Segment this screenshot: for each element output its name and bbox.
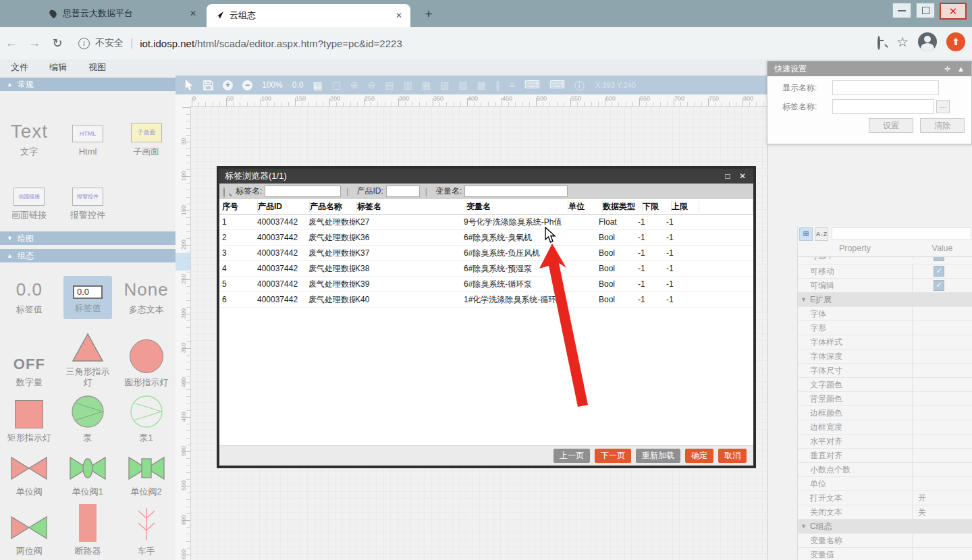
set-button[interactable]: 设置 (869, 118, 913, 133)
checkbox-checked-icon[interactable]: ✓ (934, 266, 944, 277)
palette-item-circle-indicator[interactable]: 圆形指示灯 (117, 339, 176, 388)
pan-icon[interactable]: ▢ (332, 80, 341, 90)
grid-toggle-icon[interactable]: ▦ (313, 80, 322, 90)
palette-item-pump[interactable]: 泵 (59, 395, 117, 443)
browser-update-icon[interactable]: ⬆ (946, 32, 965, 51)
align-middle-icon[interactable]: ▨ (458, 80, 467, 90)
section-general[interactable]: ▲ 常规 (0, 78, 176, 91)
zoom-out-icon[interactable]: − (242, 80, 252, 90)
table-row[interactable]: 6 400037442 废气处理数据采 K40 1#化学洗涤除臭系统-循环泵 B… (219, 292, 753, 308)
property-row[interactable]: ▼ C组态 ✓ (798, 520, 972, 534)
distribute-h-icon[interactable]: ∥ (495, 80, 500, 90)
product-id-input[interactable] (386, 186, 420, 197)
property-row[interactable]: 可移动 ✓ (798, 264, 972, 279)
property-row[interactable]: 单位 ✓ (798, 477, 972, 491)
categorize-icon[interactable]: ⊞ (799, 227, 813, 241)
checkbox-checked-icon[interactable]: ✓ (934, 280, 944, 291)
pin-icon[interactable]: ✛ (944, 65, 950, 74)
maximize-icon[interactable]: □ (722, 171, 733, 181)
browser-tab-active[interactable]: 云组态 ✕ (207, 4, 410, 27)
new-tab-button[interactable]: + (420, 5, 437, 23)
zoom-icon[interactable] (878, 37, 887, 47)
variable-name-input[interactable] (464, 186, 568, 197)
quick-settings-header[interactable]: 快速设置 ✛ ▲ (767, 61, 971, 76)
save-icon[interactable] (203, 80, 213, 90)
bookmark-star-icon[interactable]: ☆ (896, 35, 909, 49)
property-row[interactable]: 水平对齐 ✓ (798, 435, 972, 449)
property-filter-input[interactable] (832, 227, 971, 240)
property-row[interactable]: 变量值 ✓ (798, 548, 972, 560)
align-bottom-icon[interactable]: ▩ (477, 80, 485, 90)
palette-item-digital[interactable]: OFF 数字量 (0, 356, 59, 388)
table-row[interactable]: 2 400037442 废气处理数据采 K36 6#除臭系统-臭氧机 Bool … (219, 230, 753, 246)
dialog-button[interactable]: 上一页 (554, 449, 590, 463)
distribute-v-icon[interactable]: ≡ (510, 80, 515, 90)
dialog-button[interactable]: 重新加载 (636, 449, 680, 463)
property-row[interactable]: 字形 ✓ (798, 321, 972, 335)
property-row[interactable]: 背景颜色 ✓ (798, 392, 972, 406)
align-center-icon[interactable]: ▥ (404, 80, 412, 90)
restore-button[interactable] (916, 3, 935, 18)
tab-close-icon[interactable]: ✕ (187, 7, 199, 20)
dialog-title-bar[interactable]: 标签浏览器(1/1) □ ✕ (219, 169, 753, 184)
palette-item-square-indicator[interactable]: 矩形指示灯 (0, 400, 59, 443)
property-row[interactable]: 文字颜色 ✓ (798, 378, 972, 392)
info-icon[interactable]: ⓘ (574, 80, 585, 90)
url-field[interactable]: i 不安全 | iot.idosp.net/html/scada/editor.… (78, 37, 402, 49)
property-row[interactable]: 字体样式 ✓ (798, 335, 972, 349)
close-icon[interactable]: ✕ (737, 171, 748, 181)
tab-close-icon[interactable]: ✕ (393, 9, 405, 22)
palette-item-tag-value[interactable]: 0.0 标签值 (0, 279, 59, 315)
menu-file[interactable]: 文件 (11, 61, 28, 74)
palette-item-pump1[interactable]: 泵1 (117, 395, 176, 443)
align-right-icon[interactable]: ▦ (422, 80, 431, 90)
checkbox-checked-icon[interactable]: ✓ (934, 257, 944, 261)
palette-item-text[interactable]: Text 文字 (0, 121, 59, 157)
tag-name-input[interactable] (832, 99, 934, 114)
palette-item-breaker[interactable]: 断路器 (59, 504, 117, 557)
collapse-icon[interactable]: ▲ (957, 65, 965, 73)
back-icon[interactable]: ← (0, 36, 23, 51)
palette-item-alarm[interactable]: 报警控件 报警控件 (59, 188, 117, 221)
tag-name-input[interactable] (265, 186, 341, 197)
palette-item-handcart[interactable]: 车手 (117, 507, 176, 557)
palette-item-multistate-text[interactable]: None 多态文本 (117, 279, 176, 315)
close-button[interactable]: ✕ (940, 3, 967, 20)
property-row[interactable]: 字体 ✓ (798, 307, 972, 321)
table-row[interactable]: 4 400037442 废气处理数据采 K38 6#除臭系统-预湿泵 Bool … (219, 261, 753, 277)
display-name-input[interactable] (832, 80, 939, 95)
property-row[interactable]: 字体深度 ✓ (798, 349, 972, 364)
section-scada[interactable]: ▲ 组态 (0, 249, 176, 262)
zoom-in-icon[interactable]: + (223, 80, 233, 90)
zoom-in-area-icon[interactable]: ⊕ (350, 80, 358, 90)
property-row[interactable]: 可选中 ✓ (798, 257, 972, 264)
dialog-button[interactable]: 取消 (718, 449, 747, 463)
align-left-icon[interactable]: ▤ (385, 80, 394, 90)
property-row[interactable]: 可编辑 ✓ (798, 279, 972, 293)
site-info-icon[interactable]: i (78, 38, 90, 49)
forward-icon[interactable]: → (23, 36, 46, 51)
table-row[interactable]: 5 400037442 废气处理数据采 K39 6#除臭系统-循环泵 Bool … (219, 277, 753, 292)
palette-item-html[interactable]: HTML Html (59, 125, 117, 157)
palette-item-valve2[interactable]: 单位阀2 (117, 454, 176, 497)
property-row[interactable]: 字体尺寸 ✓ (798, 364, 972, 378)
keyboard2-icon[interactable]: ⌨ (549, 80, 565, 90)
keyboard-icon[interactable]: ⌨ (524, 80, 540, 90)
property-row[interactable]: 边框颜色 ✓ (798, 406, 972, 420)
palette-item-tag-value-selected[interactable]: 0.0 标签值 (59, 276, 117, 319)
dialog-button[interactable]: 下一页 (595, 449, 631, 463)
profile-avatar[interactable] (918, 32, 937, 51)
property-row[interactable]: 垂直对齐 ✓ (798, 449, 972, 463)
property-row[interactable]: 小数点个数 ✓ (798, 463, 972, 477)
property-row[interactable]: 变量名称 ✓ (798, 534, 972, 548)
reload-icon[interactable]: ↻ (46, 36, 69, 51)
menu-edit[interactable]: 编辑 (49, 61, 67, 74)
table-row[interactable]: 3 400037442 废气处理数据采 K37 6#除臭系统-负压风机 Bool… (219, 246, 753, 261)
palette-item-two-way-valve[interactable]: 两位阀 (0, 513, 59, 557)
zoom-out-area-icon[interactable]: ⊖ (368, 80, 376, 90)
palette-item-screen-link[interactable]: 画面链接 画面链接 (0, 188, 59, 221)
property-row[interactable]: ▼ E扩展 ✓ (798, 293, 972, 307)
section-draw[interactable]: ▼ 绘图 (0, 231, 176, 245)
palette-item-valve1[interactable]: 单位阀1 (59, 454, 117, 497)
table-row[interactable]: 1 400037442 废气处理数据采 K27 9号化学洗涤除臭系统-Ph值 F… (219, 215, 753, 230)
